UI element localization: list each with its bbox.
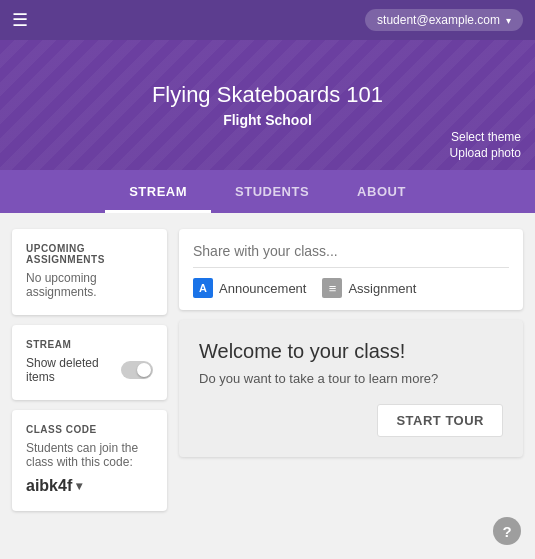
class-code-value: aibk4f ▾ bbox=[26, 477, 153, 495]
upcoming-assignments-title: UPCOMING ASSIGNMENTS bbox=[26, 243, 153, 265]
upload-photo-link[interactable]: Upload photo bbox=[450, 146, 521, 160]
assignment-button[interactable]: ≡ Assignment bbox=[322, 278, 416, 298]
start-tour-button[interactable]: START TOUR bbox=[377, 404, 503, 437]
toggle-label: Show deleted items bbox=[26, 356, 121, 384]
stream-card: STREAM Show deleted items bbox=[12, 325, 167, 400]
toggle-row: Show deleted items bbox=[26, 356, 153, 384]
nav-tabs: STREAM STUDENTS ABOUT bbox=[0, 170, 535, 213]
tab-about[interactable]: ABOUT bbox=[333, 170, 430, 213]
sidebar: UPCOMING ASSIGNMENTS No upcoming assignm… bbox=[12, 229, 167, 511]
course-subtitle: Flight School bbox=[223, 112, 312, 128]
hero-banner: Flying Skateboards 101 Flight School Sel… bbox=[0, 40, 535, 170]
main-content: UPCOMING ASSIGNMENTS No upcoming assignm… bbox=[0, 213, 535, 527]
class-code-title: CLASS CODE bbox=[26, 424, 153, 435]
announcement-label: Announcement bbox=[219, 281, 306, 296]
welcome-title: Welcome to your class! bbox=[199, 340, 503, 363]
share-buttons: A Announcement ≡ Assignment bbox=[193, 278, 509, 298]
content-area: A Announcement ≡ Assignment Welcome to y… bbox=[179, 229, 523, 457]
class-code-text: aibk4f bbox=[26, 477, 72, 495]
show-deleted-toggle[interactable] bbox=[121, 361, 153, 379]
class-code-card: CLASS CODE Students can join the class w… bbox=[12, 410, 167, 511]
upcoming-assignments-card: UPCOMING ASSIGNMENTS No upcoming assignm… bbox=[12, 229, 167, 315]
tab-stream[interactable]: STREAM bbox=[105, 170, 211, 213]
course-title: Flying Skateboards 101 bbox=[152, 82, 383, 108]
assignment-label: Assignment bbox=[348, 281, 416, 296]
top-bar: ☰ student@example.com ▾ bbox=[0, 0, 535, 40]
user-arrow-icon: ▾ bbox=[506, 15, 511, 26]
hamburger-icon[interactable]: ☰ bbox=[12, 9, 28, 31]
announcement-button[interactable]: A Announcement bbox=[193, 278, 306, 298]
share-box: A Announcement ≡ Assignment bbox=[179, 229, 523, 310]
user-account-pill[interactable]: student@example.com ▾ bbox=[365, 9, 523, 31]
help-button[interactable]: ? bbox=[493, 517, 521, 545]
select-theme-link[interactable]: Select theme bbox=[451, 130, 521, 144]
stream-card-title: STREAM bbox=[26, 339, 153, 350]
announcement-icon: A bbox=[193, 278, 213, 298]
tab-students[interactable]: STUDENTS bbox=[211, 170, 333, 213]
welcome-card: Welcome to your class! Do you want to ta… bbox=[179, 320, 523, 457]
share-input[interactable] bbox=[193, 241, 509, 268]
user-email: student@example.com bbox=[377, 13, 500, 27]
upcoming-assignments-empty: No upcoming assignments. bbox=[26, 271, 153, 299]
hero-actions: Select theme Upload photo bbox=[450, 130, 521, 160]
welcome-text: Do you want to take a tour to learn more… bbox=[199, 371, 503, 386]
class-code-description: Students can join the class with this co… bbox=[26, 441, 153, 469]
class-code-dropdown-icon[interactable]: ▾ bbox=[76, 479, 82, 493]
assignment-icon: ≡ bbox=[322, 278, 342, 298]
